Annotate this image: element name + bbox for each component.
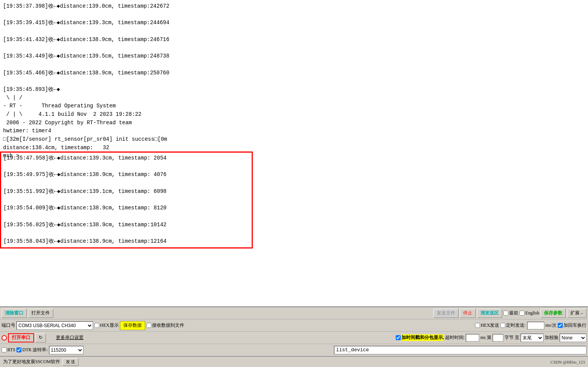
hex-display-text: HEX显示 — [100, 322, 119, 329]
bottom-panel: 清除窗口 打开文件 发送文件 停止 清发送区 最前 English 保存参数 扩… — [0, 306, 588, 367]
save-data-button[interactable]: 保存数据 — [120, 321, 145, 330]
more-settings-button[interactable]: 更多串口设置 — [56, 334, 84, 341]
recv-to-file-text: 接收数据到文件 — [152, 322, 184, 329]
timed-send-label[interactable]: 定时发送: — [500, 322, 526, 329]
latest-label: 最前 — [509, 310, 518, 316]
rts-text: RTS — [7, 347, 15, 353]
interval-unit: ms/次 — [545, 322, 557, 329]
rts-checkbox[interactable] — [2, 347, 7, 352]
checksum-label: 加校验 — [545, 334, 559, 341]
port-select[interactable]: COM3 USB-SERIAL CH340 — [16, 321, 93, 330]
timeout-unit: ms — [480, 335, 486, 341]
timed-send-text: 定时发送: — [506, 322, 526, 329]
add-crlf-label[interactable]: 加回车换行 — [558, 322, 586, 329]
port-settings-row: 端口号 COM3 USB-SERIAL CH340 HEX显示 保存数据 接收数… — [0, 319, 588, 332]
send-file-button[interactable]: 发送文件 — [433, 309, 459, 318]
status-indicator — [2, 335, 7, 341]
main-container: [19:35:37.398]收←◆distance:139.0cm, times… — [0, 0, 588, 367]
english-checkbox-label[interactable]: English — [519, 310, 539, 316]
status-bar: 为了更好地发展SSCOM软件 发 送 CSDN @HEbo_123 — [0, 356, 588, 367]
add-timestamp-checkbox[interactable] — [396, 335, 401, 340]
english-checkbox[interactable] — [519, 311, 524, 316]
end-select[interactable]: 末尾 — [521, 334, 544, 342]
baud-rate-label: 波特率: — [33, 347, 47, 353]
hex-send-label[interactable]: HEX发送 — [475, 322, 500, 329]
timeout-label: 超时时间: — [445, 334, 465, 341]
rts-label[interactable]: RTS — [2, 347, 15, 353]
log-content: [19:35:37.398]收←◆distance:139.0cm, times… — [3, 2, 585, 160]
interval-input[interactable]: 500 — [527, 322, 544, 329]
hex-send-checkbox[interactable] — [475, 323, 480, 328]
byte-unit: 字节 至 — [504, 334, 519, 341]
status-left: 为了更好地发展SSCOM软件 发 送 — [3, 358, 79, 366]
dtr-text: DTR — [22, 347, 31, 353]
dtr-label[interactable]: DTR — [16, 347, 31, 353]
clear-window-button[interactable]: 清除窗口 — [2, 309, 27, 318]
credit-text: CSDN @HEbo_123 — [550, 360, 585, 364]
byte-label: 第 — [487, 334, 491, 341]
timeout-input[interactable]: 20 — [466, 334, 479, 342]
highlighted-content: [19:35:47.958]收←◆distance:139.3cm, times… — [3, 154, 249, 246]
save-params-button[interactable]: 保存参数 — [541, 309, 566, 318]
stop-button[interactable]: 停止 — [460, 309, 476, 318]
add-crlf-checkbox[interactable] — [558, 323, 563, 328]
expand-button[interactable]: 扩展 – — [567, 309, 586, 318]
add-timestamp-label[interactable]: 加时间戳和分包显示, — [396, 334, 444, 341]
add-crlf-text: 加回车换行 — [563, 322, 586, 329]
donate-button[interactable]: 发 送 — [62, 358, 79, 366]
open-port-button[interactable]: 打开串口 — [8, 333, 34, 342]
open-port-row: 打开串口 ↻ 更多串口设置 加时间戳和分包显示, 超时时间: 20 ms 第 1… — [0, 332, 588, 344]
recv-to-file-label[interactable]: 接收数据到文件 — [146, 322, 184, 329]
hex-display-label[interactable]: HEX显示 — [94, 322, 119, 329]
add-timestamp-text: 加时间戳和分包显示, — [401, 334, 444, 341]
latest-checkbox-label[interactable]: 最前 — [503, 310, 518, 316]
open-file-button[interactable]: 打开文件 — [28, 309, 53, 318]
log-area: [19:35:37.398]收←◆distance:139.0cm, times… — [0, 0, 588, 306]
clear-send-button[interactable]: 清发送区 — [477, 309, 502, 318]
promote-text: 为了更好地发展SSCOM软件 — [3, 359, 60, 365]
byte-input[interactable]: 1 — [493, 334, 503, 342]
latest-checkbox[interactable] — [503, 311, 508, 316]
command-input[interactable] — [334, 346, 586, 354]
checksum-select[interactable]: None — [560, 334, 586, 342]
timed-send-checkbox[interactable] — [500, 323, 505, 328]
toolbar-row: 清除窗口 打开文件 发送文件 停止 清发送区 最前 English 保存参数 扩… — [0, 307, 588, 319]
refresh-button[interactable]: ↻ — [35, 333, 46, 342]
english-label: English — [525, 310, 539, 316]
highlighted-box: [19:35:47.958]收←◆distance:139.3cm, times… — [0, 151, 253, 249]
baud-row: RTS DTR 波特率: 115200 — [0, 344, 588, 356]
hex-send-text: HEX发送 — [481, 322, 500, 329]
baud-select[interactable]: 115200 — [49, 346, 84, 354]
port-label: 端口号 — [2, 322, 15, 329]
recv-to-file-checkbox[interactable] — [146, 323, 151, 328]
dtr-checkbox[interactable] — [16, 347, 21, 352]
hex-display-checkbox[interactable] — [94, 323, 99, 328]
